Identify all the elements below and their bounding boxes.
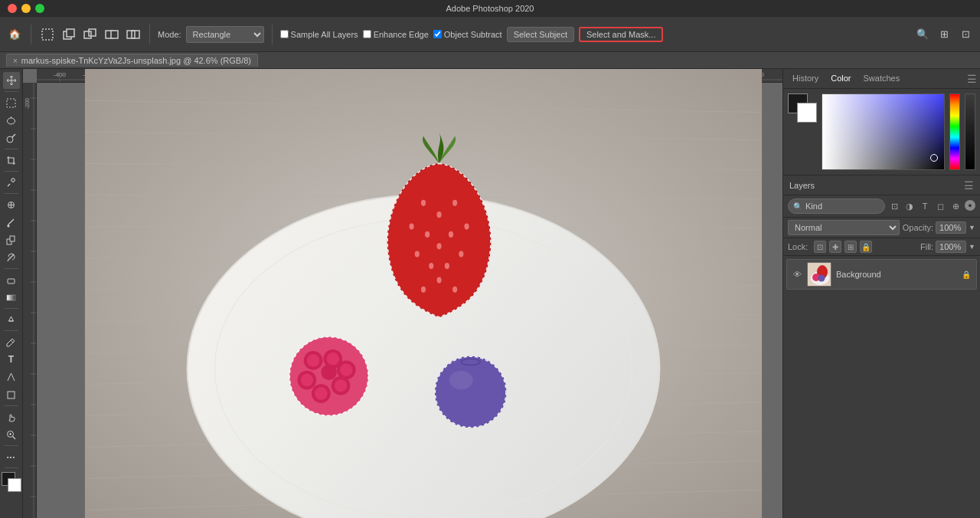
tools-panel: T ••• xyxy=(0,69,23,518)
layer-filter-toggle[interactable]: ● xyxy=(965,200,975,211)
layer-visibility-toggle[interactable]: 👁 xyxy=(792,269,802,280)
layer-shape-filter-icon[interactable]: ◻ xyxy=(934,200,946,212)
gradient-tool-button[interactable] xyxy=(3,289,20,306)
svg-line-25 xyxy=(11,340,13,343)
lock-pixels-icon[interactable]: ⊡ xyxy=(814,241,826,253)
crop-tool-button[interactable] xyxy=(3,152,20,169)
color-alpha-bar[interactable] xyxy=(965,93,975,170)
home-icon[interactable]: 🏠 xyxy=(6,26,23,43)
add-selection-icon[interactable] xyxy=(82,26,99,43)
lasso-tool-button[interactable] xyxy=(3,112,20,129)
enhance-edge-checkbox[interactable] xyxy=(363,30,371,38)
layer-name: Background xyxy=(836,270,956,279)
select-subject-button[interactable]: Select Subject xyxy=(507,27,574,42)
background-color-swatch[interactable] xyxy=(797,103,817,123)
layer-adjustment-filter-icon[interactable]: ◑ xyxy=(903,200,916,212)
search-icon[interactable]: 🔍 xyxy=(914,26,931,43)
svg-point-131 xyxy=(452,287,457,293)
blur-tool-button[interactable] xyxy=(3,311,20,328)
traffic-lights xyxy=(8,4,44,13)
fg-bg-color-swatches[interactable] xyxy=(788,93,817,123)
color-panel-menu-icon[interactable]: ☰ xyxy=(967,73,977,85)
svg-rect-7 xyxy=(127,31,135,38)
maximize-button[interactable] xyxy=(35,4,44,13)
svg-point-19 xyxy=(8,225,10,227)
color-swatches[interactable] xyxy=(2,472,21,492)
canvas-document[interactable] xyxy=(37,69,782,518)
layers-lock-row: Lock: ⊡ ✚ ⊞ 🔒 Fill: ▼ xyxy=(783,238,980,256)
color-gradient-field[interactable] xyxy=(822,94,944,169)
eyedropper-tool-button[interactable] xyxy=(3,174,20,191)
color-alpha-gradient[interactable] xyxy=(965,93,975,170)
tab-color[interactable]: Color xyxy=(825,72,857,86)
color-spectrum-bar[interactable] xyxy=(949,93,960,170)
type-tool-button[interactable]: T xyxy=(3,351,20,368)
canvas-content xyxy=(37,69,782,518)
lock-artboard-icon[interactable]: ⊞ xyxy=(844,241,857,253)
new-selection-icon[interactable] xyxy=(60,26,77,43)
marquee-options-icon[interactable] xyxy=(39,26,56,43)
layers-filter-row: 🔍 ⊡ ◑ T ◻ ⊕ ● xyxy=(783,195,980,218)
shape-tool-button[interactable] xyxy=(3,386,20,403)
zoom-tool-button[interactable] xyxy=(3,426,20,443)
brush-tool-button[interactable] xyxy=(3,214,20,231)
sample-all-layers-group[interactable]: Sample All Layers xyxy=(280,30,358,39)
layer-type-filter-icon[interactable]: T xyxy=(919,200,931,212)
layer-pixel-filter-icon[interactable]: ⊡ xyxy=(888,200,900,212)
minimize-button[interactable] xyxy=(21,4,31,13)
background-color[interactable] xyxy=(8,478,21,492)
tab-history[interactable]: History xyxy=(786,72,825,86)
eraser-tool-button[interactable] xyxy=(3,271,20,288)
object-subtract-group[interactable]: Object Subtract xyxy=(433,30,502,39)
close-button[interactable] xyxy=(8,4,17,13)
move-tool-button[interactable] xyxy=(3,72,20,89)
layers-search-box[interactable]: 🔍 xyxy=(788,198,885,214)
svg-rect-83 xyxy=(23,83,37,518)
svg-point-144 xyxy=(335,379,347,392)
hand-tool-button[interactable] xyxy=(3,408,20,425)
layer-smart-filter-icon[interactable]: ⊕ xyxy=(949,200,962,212)
mode-select[interactable]: Rectangle Ellipse Single Row Single Colu… xyxy=(186,26,264,43)
svg-line-28 xyxy=(13,436,16,439)
healing-tool-button[interactable] xyxy=(3,196,20,213)
select-mask-button[interactable]: Select and Mask... xyxy=(579,27,664,42)
sample-all-layers-checkbox[interactable] xyxy=(280,30,289,38)
layers-search-input[interactable] xyxy=(805,202,880,211)
layers-panel-menu-icon[interactable]: ☰ xyxy=(964,179,974,192)
history-brush-button[interactable] xyxy=(3,249,20,266)
tab-close-icon[interactable]: × xyxy=(13,57,18,65)
color-gradient-picker[interactable] xyxy=(822,93,945,170)
toolbar: 🏠 Mode: Rectangle Ellipse Single Row Sin… xyxy=(0,17,980,52)
svg-line-13 xyxy=(12,134,15,137)
opacity-chevron-icon[interactable]: ▼ xyxy=(969,224,975,231)
svg-rect-26 xyxy=(8,392,15,398)
layers-panel: Layers ☰ 🔍 ⊡ ◑ T ◻ ⊕ ● xyxy=(783,175,980,518)
svg-point-129 xyxy=(436,277,441,283)
clone-tool-button[interactable] xyxy=(3,231,20,248)
color-hue-slider[interactable] xyxy=(950,94,959,169)
document-tab[interactable]: × markus-spiske-TnKcYzVa2Js-unsplash.jpg… xyxy=(6,54,258,67)
object-subtract-checkbox[interactable] xyxy=(433,30,442,38)
fill-chevron-icon[interactable]: ▼ xyxy=(969,243,975,251)
subtract-selection-icon[interactable] xyxy=(103,26,120,43)
sample-all-layers-label: Sample All Layers xyxy=(291,30,358,39)
canvas-area: -400 -300 -200 -100 0 100 200 300 400 50… xyxy=(23,69,782,518)
fill-value-input[interactable] xyxy=(936,241,966,253)
path-select-button[interactable] xyxy=(3,369,20,385)
expand-icon[interactable]: ⊡ xyxy=(957,26,974,43)
tool-separator-5 xyxy=(5,268,18,269)
intersect-selection-icon[interactable] xyxy=(125,26,142,43)
blend-mode-select[interactable]: Normal Multiply Screen xyxy=(788,220,900,235)
arrange-icon[interactable]: ⊞ xyxy=(936,26,952,43)
quick-select-tool-button[interactable] xyxy=(3,130,20,146)
extras-button[interactable]: ••• xyxy=(3,448,20,465)
lock-all-icon[interactable]: 🔒 xyxy=(860,241,872,253)
tab-swatches[interactable]: Swatches xyxy=(858,72,906,86)
opacity-value-input[interactable] xyxy=(936,221,966,234)
svg-point-149 xyxy=(449,371,473,390)
pen-tool-button[interactable] xyxy=(3,333,20,350)
marquee-tool-button[interactable] xyxy=(3,94,20,111)
layer-row[interactable]: 👁 Background 🔒 xyxy=(786,259,977,290)
lock-position-icon[interactable]: ✚ xyxy=(829,241,841,253)
enhance-edge-group[interactable]: Enhance Edge xyxy=(363,30,429,39)
